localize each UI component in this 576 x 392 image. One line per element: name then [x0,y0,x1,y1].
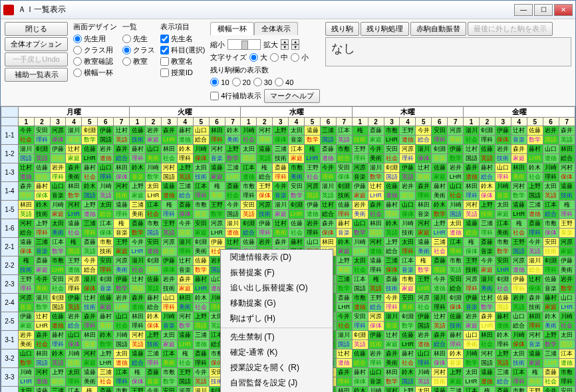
subject-cell[interactable]: 数学 [209,210,225,219]
teacher-cell[interactable]: 安田 [495,256,511,266]
teacher-cell[interactable]: 河村 [161,163,177,173]
subject-cell[interactable]: 数学 [289,191,305,201]
undo-btn[interactable]: 一手戻しUndo [5,52,68,66]
subject-cell[interactable]: 美術 [400,303,416,312]
teacher-cell[interactable]: 遠藤 [257,145,273,154]
subject-cell[interactable]: 道徳 [34,377,50,387]
teacher-cell[interactable]: 山口 [464,331,480,340]
teacher-cell[interactable]: 斎藤 [98,387,114,393]
teacher-cell[interactable]: 森井 [559,126,575,136]
teacher-cell[interactable]: 今井 [432,275,448,284]
teacher-cell[interactable]: 江本 [464,387,480,393]
subject-cell[interactable]: 数学 [511,191,527,201]
teacher-cell[interactable]: 王野 [257,182,273,191]
teacher-cell[interactable]: 安田 [50,275,66,284]
subject-cell[interactable]: 音楽 [82,340,98,349]
teacher-cell[interactable]: 川崎 [114,331,130,340]
subject-cell[interactable]: 音楽 [177,266,193,275]
teacher-cell[interactable]: 森井 [114,145,130,154]
subject-cell[interactable]: 英語 [98,191,114,201]
teacher-cell[interactable]: 鈴木 [225,126,241,136]
subject-cell[interactable]: 家庭 [559,247,575,256]
subject-cell[interactable]: 家庭 [480,266,496,275]
teacher-cell[interactable]: 上野 [177,163,193,173]
teacher-cell[interactable]: 今井 [130,238,146,247]
teacher-cell[interactable]: 斎藤 [495,387,511,393]
teacher-cell[interactable]: 岩井 [114,294,130,303]
subject-cell[interactable]: 理科 [161,303,177,312]
teacher-cell[interactable]: 森井 [82,312,98,322]
teacher-cell[interactable]: 遠藤 [209,163,225,173]
teacher-cell[interactable]: 太田 [559,331,575,340]
subject-cell[interactable]: 総合 [34,173,50,182]
teacher-cell[interactable]: 江本 [161,349,177,359]
teacher-cell[interactable]: 岩井 [145,126,161,136]
subject-cell[interactable]: 英語 [559,136,575,145]
subject-cell[interactable]: 家庭 [448,377,464,387]
subject-cell[interactable]: 総合 [495,377,511,387]
subject-cell[interactable]: 技術 [114,191,130,201]
subject-cell[interactable]: 数学 [98,340,114,349]
teacher-cell[interactable]: 遠藤 [177,331,193,340]
teacher-cell[interactable]: 今井 [384,294,400,303]
subject-cell[interactable]: LHR [352,247,368,256]
teacher-cell[interactable]: 河原 [305,182,321,191]
teacher-cell[interactable]: 上野 [448,368,464,377]
teacher-cell[interactable]: 江本 [352,275,368,284]
item-subject[interactable]: 科目(選択) [160,45,205,55]
subject-cell[interactable]: 国語 [161,173,177,182]
subject-cell[interactable]: 社会 [82,173,98,182]
teacher-cell[interactable]: 藤村 [98,312,114,322]
subject-cell[interactable]: 道徳 [114,359,130,368]
subject-cell[interactable]: 保体 [82,284,98,294]
subject-cell[interactable]: LHR [177,340,193,349]
subject-cell[interactable]: LHR [82,154,98,163]
teacher-cell[interactable]: 川崎 [416,368,432,377]
teacher-cell[interactable]: 林田 [559,145,575,154]
teacher-cell[interactable]: 安田 [241,201,257,210]
teacher-cell[interactable]: 佐藤 [241,238,257,247]
subject-cell[interactable]: 社会 [495,284,511,294]
menu-item[interactable]: 関連情報表示 (D) [221,250,333,265]
teacher-cell[interactable]: 河原 [257,201,273,210]
subject-cell[interactable]: 理科 [193,359,209,368]
subject-cell[interactable]: 国語 [336,340,352,349]
teacher-cell[interactable]: 森井 [464,163,480,173]
subject-cell[interactable]: 理科 [305,229,321,238]
subject-cell[interactable]: 音楽 [273,191,289,201]
subject-cell[interactable]: 理科 [177,154,193,163]
subject-cell[interactable]: 理科 [18,284,34,294]
subject-cell[interactable]: 保体 [352,377,368,387]
teacher-cell[interactable]: 斎藤 [543,368,559,377]
teacher-cell[interactable]: 山口 [114,312,130,322]
teacher-cell[interactable]: 三浦 [177,182,193,191]
subject-cell[interactable]: 美術 [368,154,384,163]
teacher-cell[interactable]: 林田 [432,349,448,359]
teacher-cell[interactable]: 斎藤 [320,145,336,154]
teacher-cell[interactable]: 林田 [209,126,225,136]
subject-cell[interactable]: 総合 [50,377,66,387]
subject-cell[interactable]: 総合 [320,210,336,219]
subject-cell[interactable]: 道徳 [177,136,193,145]
subject-cell[interactable]: 技術 [464,266,480,275]
teacher-cell[interactable]: 山口 [98,163,114,173]
subject-cell[interactable]: 国語 [145,229,161,238]
subject-cell[interactable]: LHR [130,247,146,256]
teacher-cell[interactable]: 斎藤 [130,219,146,229]
teacher-cell[interactable]: 安田 [448,275,464,284]
teacher-cell[interactable]: 藤村 [336,219,352,229]
subject-cell[interactable]: 保体 [98,229,114,238]
subject-cell[interactable]: 理科 [82,322,98,331]
teacher-cell[interactable]: 権 [559,201,575,210]
subject-cell[interactable]: 理科 [559,377,575,387]
teacher-cell[interactable]: 鈴木 [336,238,352,247]
subject-cell[interactable]: 数学 [225,154,241,163]
subject-cell[interactable]: 技術 [66,359,82,368]
teacher-cell[interactable]: 森井 [336,368,352,377]
teacher-cell[interactable]: 河村 [66,201,82,210]
teacher-cell[interactable]: 山口 [305,238,321,247]
subject-cell[interactable]: 国語 [18,154,34,163]
subject-cell[interactable]: 理科 [448,247,464,256]
item-room[interactable]: 教室名 [160,56,205,66]
teacher-cell[interactable]: 岩井 [257,238,273,247]
